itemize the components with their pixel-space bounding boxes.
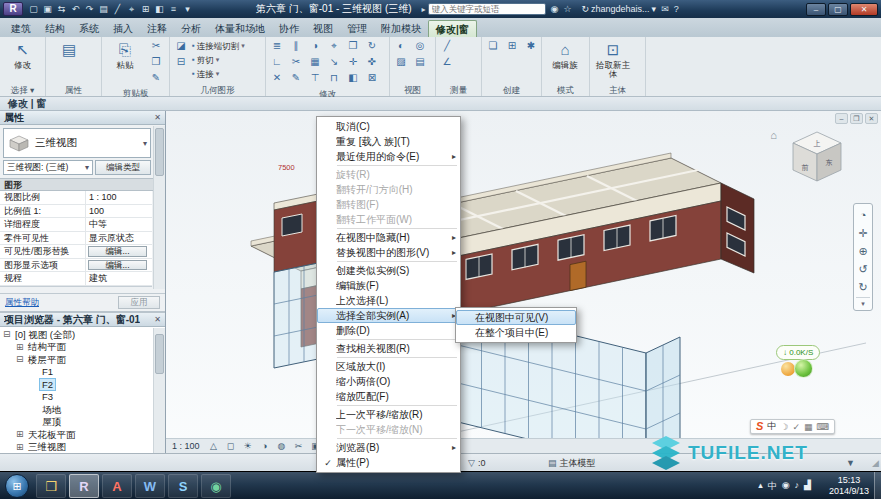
qat-dropdown-icon[interactable]: ▾ [181,3,194,16]
rotate-icon[interactable]: ↻ [364,39,380,53]
edit-family-button[interactable]: ⌂ 编辑族 [545,39,585,70]
submenu-item[interactable]: 在视图中可见(V) [456,310,576,325]
help-icon[interactable]: ? [674,4,679,14]
expander-icon[interactable]: ⊟ [16,354,26,364]
start-button[interactable]: ⊞ [5,474,29,498]
tree-item[interactable]: F1 [0,366,165,379]
communication-icon[interactable]: ✉ [661,4,669,14]
security-tray-icon[interactable]: ◉ [782,480,790,493]
context-menu-item[interactable]: 缩小两倍(O) [317,374,460,389]
hide-in-view-icon[interactable]: ◐ [393,39,409,53]
trim-icon[interactable]: ∟ [269,55,285,69]
workset-status[interactable]: ▤ 主体模型 [548,456,596,470]
moon-icon[interactable]: ☽ [780,422,788,432]
browser-icon[interactable]: ◉ [201,474,231,498]
expander-icon[interactable]: ⊞ [16,442,26,452]
selection-count[interactable]: ▽ :0 [468,456,485,470]
dimension-icon[interactable]: ⌖ [125,3,138,16]
paint-icon[interactable]: ◧ [345,71,361,85]
drawing-area[interactable]: 7500 – ❐ ✕ ⌂ 上 前 东 ◔✛⊕↺↻ ▾ 1 : 100 △◻ [166,111,881,453]
ribbon-tab[interactable]: 插入 [106,20,140,37]
context-menu-item[interactable]: 区域放大(I) [317,359,460,374]
ribbon-tab[interactable]: 附加模块 [374,20,428,37]
pin-icon[interactable]: ✛ [345,55,361,69]
property-row[interactable]: 详细程度 中等 [0,218,152,232]
context-menu-item[interactable]: 取消(C) [317,119,460,134]
display-icon[interactable]: ▤ [412,55,428,69]
properties-scrollbar[interactable] [153,126,165,289]
context-menu-item[interactable]: 上次选择(L) [317,293,460,308]
check-icon[interactable]: ✓ [792,422,800,432]
keyboard-icon[interactable]: ⌨ [816,422,829,432]
match-icon[interactable]: ✎ [288,71,304,85]
app-menu-button[interactable]: R [3,2,23,16]
sogou-logo-icon[interactable]: S [756,420,763,433]
context-menu-item[interactable]: 旋转(R) [317,167,460,182]
properties-help-link[interactable]: 属性帮助 [5,297,39,309]
save-icon[interactable]: ▣ [41,3,54,16]
viewcube-home-icon[interactable]: ⌂ [770,129,777,141]
property-row[interactable]: 规程 建筑 [0,272,152,286]
word-icon[interactable]: W [135,474,165,498]
zoom-icon[interactable]: ⊕ [854,242,872,260]
properties-button[interactable]: ▤ [49,39,89,61]
sync-icon[interactable]: ⇆ [55,3,68,16]
detail-level-icon[interactable]: △ [207,440,221,453]
array-icon[interactable]: ▦ [307,55,323,69]
rewind-icon[interactable]: ↺ [854,260,872,278]
tree-item[interactable]: ⊞ 天花板平面 [0,428,165,441]
ribbon-tab[interactable]: 分析 [174,20,208,37]
mirror-icon[interactable]: ◑ [307,39,323,53]
context-menu-item[interactable]: 翻转工作平面(W) [317,212,460,227]
unpin-icon[interactable]: ✜ [364,55,380,69]
print-icon[interactable]: ▤ [97,3,110,16]
ribbon-tab[interactable]: 系统 [72,20,106,37]
explorer-icon[interactable]: ❒ [36,474,66,498]
net-speed-orb-icon[interactable] [794,359,813,378]
orbit-icon[interactable]: ↻ [854,278,872,296]
geometry-tool[interactable]: 连接端切割 [192,39,245,53]
adobe-reader-icon[interactable]: A [102,474,132,498]
ribbon-tab[interactable]: 体量和场地 [208,20,272,37]
tree-item[interactable]: 场地 [0,403,165,416]
context-menu-item[interactable]: 替换视图中的图形(V) [317,245,460,260]
close-button[interactable]: ✕ [850,3,878,16]
filter-selection[interactable]: ▼ [846,456,855,470]
context-menu-item[interactable]: 属性(P) [317,455,460,470]
create-assembly-icon[interactable]: ✱ [523,39,539,53]
pan-icon[interactable]: ✛ [854,224,872,242]
shadows-icon[interactable]: ◑ [258,440,272,453]
ribbon-tab[interactable]: 修改|窗 [428,20,477,37]
tree-item[interactable]: F2 [0,378,165,391]
angle-dim-icon[interactable]: ∠ [439,55,455,69]
context-menu-item[interactable]: 翻转图(F) [317,197,460,212]
navbar-more-icon[interactable]: ▾ [861,299,865,308]
join-geometry-icon[interactable]: ⊟ [173,55,189,69]
cut-geometry-icon[interactable]: ◪ [173,39,189,53]
copy-icon[interactable]: ❐ [148,55,164,69]
property-row[interactable]: 零件可见性 显示原状态 [0,232,152,246]
ribbon-tab[interactable]: 注释 [140,20,174,37]
ribbon-tab[interactable]: 视图 [306,20,340,37]
isolate-icon[interactable]: ◎ [412,39,428,53]
render-icon[interactable]: ◍ [275,440,289,453]
context-menu-item[interactable]: 浏览器(B) [317,440,460,455]
scale-icon[interactable]: ↘ [326,55,342,69]
context-menu-item[interactable]: 创建类似实例(S) [317,263,460,278]
measure-tool-icon[interactable]: ╱ [439,39,455,53]
resize-grip[interactable]: ◢ [872,458,879,468]
browser-scrollbar[interactable] [153,328,165,453]
context-menu-item[interactable]: 查找相关视图(R) [317,341,460,356]
context-menu-item[interactable]: 删除(D) [317,323,460,338]
view-restore-icon[interactable]: ❐ [850,113,863,124]
tree-item[interactable]: 屋顶 [0,416,165,429]
context-menu-item[interactable]: 下一次平移/缩放(N) [317,422,460,437]
scale-button[interactable]: 1 : 100 [172,441,200,451]
hidden-icons-arrow[interactable]: ▴ [758,480,763,493]
board-icon[interactable]: ▦ [804,422,813,432]
ime-tray-icon[interactable]: 中 [768,480,777,493]
offset-icon[interactable]: ∥ [288,39,304,53]
favorites-icon[interactable]: ☆ [563,4,571,14]
sun-path-icon[interactable]: ☀ [241,440,255,453]
default-3d-view-icon[interactable]: ⊞ [139,3,152,16]
